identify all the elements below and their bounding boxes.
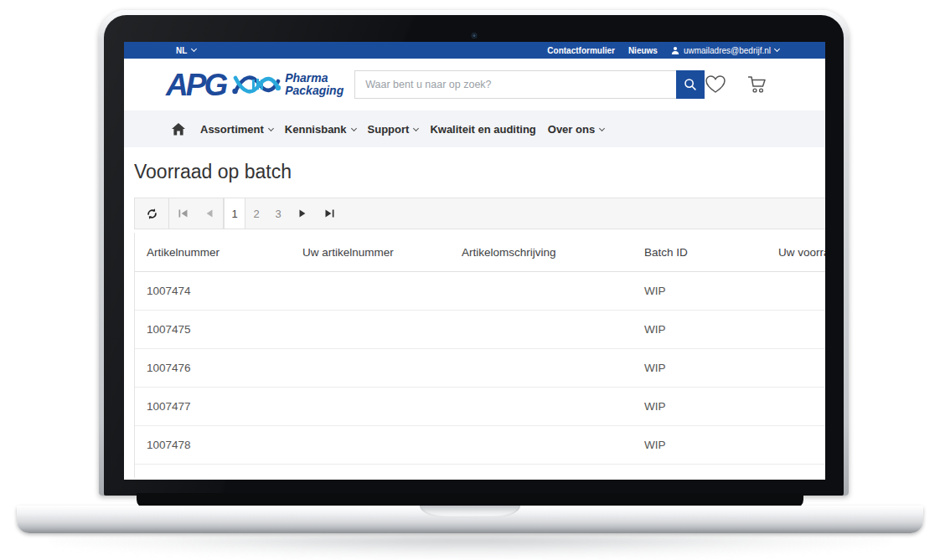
- cell-artikelnummer: 1007475: [135, 323, 291, 336]
- nav-item-label: Over ons: [548, 123, 595, 136]
- home-icon: [172, 123, 185, 136]
- table-row: 1007475 WIP: [135, 311, 825, 349]
- cart-button[interactable]: [746, 74, 768, 95]
- page-content: Voorraad op batch: [124, 147, 825, 480]
- cell-batch-id: WIP: [633, 323, 767, 336]
- chevron-down-icon: [774, 46, 780, 52]
- cell-artikelnummer: 1007477: [135, 400, 291, 413]
- home-nav-button[interactable]: [172, 123, 185, 136]
- account-menu[interactable]: uwmailadres@bedrijf.nl: [671, 46, 779, 55]
- table-row: 1007474 WIP: [135, 272, 825, 311]
- main-navigation: Assortiment Kennisbank Support Kwaliteit…: [124, 110, 825, 147]
- cell-batch-id: WIP: [633, 400, 767, 413]
- top-bar-links: Contactformulier Nieuws uwmailadres@bedr…: [547, 46, 779, 55]
- contact-link[interactable]: Contactformulier: [547, 46, 615, 55]
- chevron-down-icon: [268, 125, 274, 131]
- table-row: 1007476 WIP: [135, 349, 825, 388]
- chevron-down-icon: [413, 125, 419, 131]
- language-label: NL: [176, 46, 187, 55]
- laptop-mockup: NL Contactformulier Nieuws uwmailadres@b…: [0, 0, 940, 560]
- search-icon: [684, 78, 697, 91]
- search-bar: [354, 70, 705, 99]
- nav-item-label: Assortiment: [200, 123, 264, 136]
- next-page-icon: [299, 209, 306, 218]
- cell-batch-id: WIP: [633, 439, 767, 451]
- page-number-2[interactable]: 2: [245, 198, 267, 229]
- logo-tagline: Pharma Packaging: [285, 72, 343, 97]
- laptop-reflection: [50, 537, 890, 558]
- site-header: APG Pharma Packaging: [124, 59, 825, 110]
- next-page-button[interactable]: [289, 198, 316, 229]
- column-header-batch-id: Batch ID: [633, 246, 767, 259]
- dna-logo-icon: [232, 70, 281, 99]
- site-logo[interactable]: APG Pharma Packaging: [166, 69, 343, 100]
- news-link[interactable]: Nieuws: [628, 46, 658, 55]
- logo-tagline-line1: Pharma: [285, 72, 343, 85]
- column-header-artikelnummer: Artikelnummer: [135, 246, 291, 259]
- table-header-row: Artikelnummer Uw artikelnummer Artikelom…: [135, 233, 825, 272]
- refresh-button[interactable]: [135, 198, 168, 229]
- grid-pagination-toolbar: 1 2 3: [134, 198, 825, 229]
- nav-item-kwaliteit-en-auditing[interactable]: Kwaliteit en auditing: [430, 123, 535, 136]
- column-header-artikelomschrijving: Artikelomschrijving: [450, 246, 633, 259]
- cell-batch-id: WIP: [633, 362, 767, 374]
- table-row-partial: [135, 465, 825, 478]
- nav-item-label: Kwaliteit en auditing: [430, 123, 535, 136]
- nav-item-assortiment[interactable]: Assortiment: [200, 123, 273, 136]
- page-number-3[interactable]: 3: [267, 198, 289, 229]
- nav-item-label: Kennisbank: [285, 123, 347, 136]
- nav-item-over-ons[interactable]: Over ons: [548, 123, 604, 136]
- webcam-icon: [471, 33, 477, 39]
- search-input[interactable]: [354, 70, 676, 99]
- last-page-button[interactable]: [316, 198, 343, 229]
- language-selector[interactable]: NL: [176, 46, 196, 55]
- header-action-icons: [705, 74, 768, 95]
- chevron-down-icon: [599, 125, 605, 131]
- page-number-1[interactable]: 1: [224, 198, 245, 229]
- logo-tagline-line2: Packaging: [285, 85, 343, 97]
- cell-batch-id: WIP: [633, 285, 767, 297]
- refresh-icon: [146, 208, 158, 220]
- user-icon: [671, 46, 679, 54]
- top-utility-bar: NL Contactformulier Nieuws uwmailadres@b…: [124, 42, 825, 59]
- previous-page-button[interactable]: [196, 198, 223, 229]
- cell-artikelnummer: 1007478: [135, 439, 291, 451]
- cart-icon: [746, 74, 768, 95]
- first-page-button[interactable]: [169, 198, 196, 229]
- column-header-uw-voorraad: Uw voorraad: [767, 246, 825, 259]
- chevron-down-icon: [351, 125, 357, 131]
- heart-icon: [705, 74, 726, 95]
- page-title: Voorraad op batch: [134, 159, 825, 184]
- laptop-base-notch: [420, 506, 520, 517]
- last-page-icon: [325, 209, 334, 218]
- logo-acronym: APG: [166, 69, 228, 100]
- cell-artikelnummer: 1007476: [135, 362, 291, 374]
- browser-viewport: NL Contactformulier Nieuws uwmailadres@b…: [124, 42, 825, 480]
- previous-page-icon: [206, 209, 213, 218]
- table-row: 1007478 WIP: [135, 426, 825, 465]
- first-page-icon: [178, 209, 188, 218]
- account-email: uwmailadres@bedrijf.nl: [684, 46, 771, 55]
- wishlist-button[interactable]: [705, 74, 726, 95]
- table-row: 1007477 WIP: [135, 388, 825, 426]
- column-header-uw-artikelnummer: Uw artikelnummer: [291, 246, 450, 259]
- search-button[interactable]: [676, 70, 705, 99]
- chevron-down-icon: [191, 46, 197, 52]
- cell-artikelnummer: 1007474: [135, 285, 291, 297]
- nav-item-label: Support: [368, 123, 410, 136]
- batch-stock-table: Artikelnummer Uw artikelnummer Artikelom…: [134, 233, 825, 478]
- nav-item-kennisbank[interactable]: Kennisbank: [285, 123, 356, 136]
- nav-item-support[interactable]: Support: [368, 123, 419, 136]
